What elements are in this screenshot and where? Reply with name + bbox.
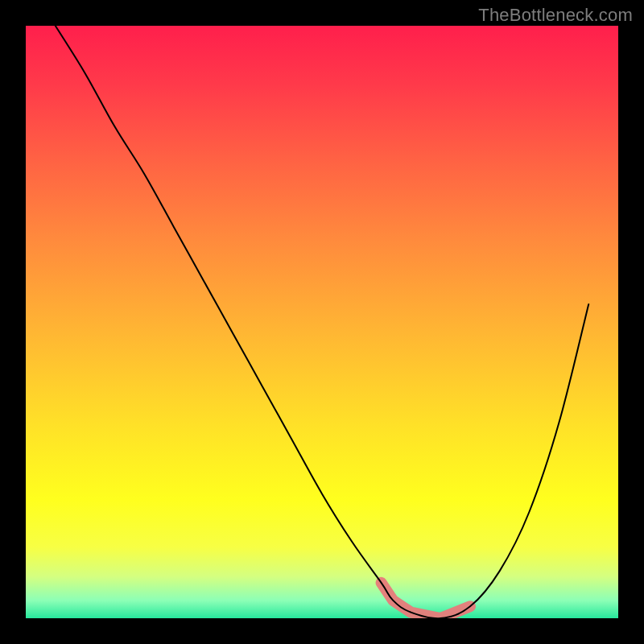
bottleneck-curve xyxy=(56,26,588,618)
chart-stage: TheBottleneck.com xyxy=(0,0,644,644)
chart-overlay-svg xyxy=(26,26,618,618)
attribution-label: TheBottleneck.com xyxy=(478,5,633,26)
plot-gradient-area xyxy=(26,26,618,618)
optimal-band xyxy=(382,583,470,618)
